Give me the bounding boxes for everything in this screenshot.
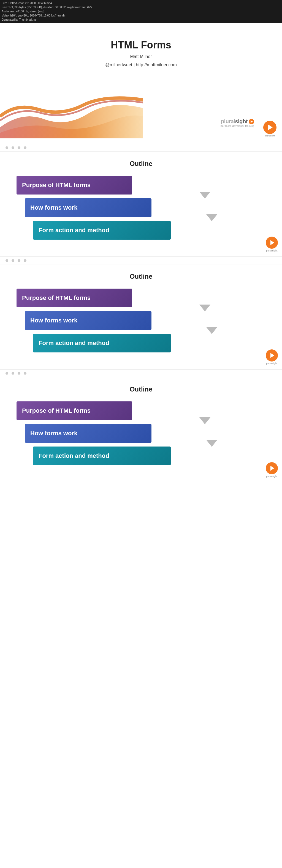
outline-title-2: Outline [17, 273, 265, 280]
info-line-4: Video: h264, yuv420p, 1024x768, 15.00 fp… [2, 13, 280, 18]
nav-dot [18, 372, 20, 375]
author-handle: @milnertweet | http://mattmilner.com [105, 62, 177, 67]
outline-item-howforms-3: How forms work [25, 424, 151, 443]
play-button[interactable] [263, 121, 277, 134]
nav-bar-3 [0, 370, 282, 377]
outline-item-formaction-2: Form action and method [33, 334, 171, 352]
arrow-2 [205, 214, 219, 223]
arrow-6 [205, 440, 219, 448]
outline-item-row-5: How forms work [17, 311, 265, 330]
outline-item-row-9: Form action and method [17, 446, 265, 465]
arrow-3 [198, 305, 212, 313]
outline-item-row-6: Form action and method [17, 334, 265, 352]
nav-dot [24, 146, 26, 149]
corner-label-1: pluralsight [266, 249, 277, 252]
nav-dot [11, 372, 14, 375]
outline-item-row-8: How forms work [17, 424, 265, 443]
nav-dot [11, 146, 14, 149]
svg-marker-5 [206, 440, 217, 447]
arrow-5 [198, 417, 212, 426]
outline-item-row-1: Purpose of HTML forms [17, 176, 265, 194]
nav-dot [24, 259, 26, 262]
corner-play-btn-1[interactable] [266, 237, 278, 249]
play-button-area[interactable]: pluralsight [263, 121, 277, 137]
outline-item-row-3: Form action and method [17, 221, 265, 240]
svg-marker-3 [206, 327, 217, 334]
pluralsight-icon [249, 119, 254, 124]
nav-dot [5, 146, 8, 149]
pluralsight-tagline: hardcore developer training [221, 125, 254, 127]
outline-item-formaction-3: Form action and method [33, 446, 171, 465]
outline-items-1: Purpose of HTML forms How forms work For… [17, 176, 265, 240]
pluralsight-brand-text: pluralsight [221, 118, 248, 125]
nav-dot [24, 372, 26, 375]
outline-item-howforms-2: How forms work [25, 311, 151, 330]
nav-dot [18, 259, 20, 262]
outline-slide-1: Outline Purpose of HTML forms How forms … [0, 152, 282, 256]
corner-play-btn-3[interactable] [266, 462, 278, 474]
corner-play-btn-2[interactable] [266, 349, 278, 362]
corner-label-2: pluralsight [266, 362, 277, 365]
arrow-1 [198, 192, 212, 200]
title-slide: HTML Forms Matt Milner @milnertweet | ht… [0, 23, 282, 144]
svg-marker-4 [199, 417, 210, 424]
nav-dot [5, 259, 8, 262]
corner-play-2[interactable]: pluralsight [266, 349, 278, 365]
outline-items-3: Purpose of HTML forms How forms work For… [17, 401, 265, 465]
corner-play-3[interactable]: pluralsight [266, 462, 278, 477]
author-name: Matt Milner [130, 54, 152, 59]
outline-items-2: Purpose of HTML forms How forms work For… [17, 288, 265, 352]
svg-marker-0 [199, 192, 210, 198]
arrow-4 [205, 327, 219, 335]
nav-dot [18, 146, 20, 149]
outline-item-purpose-2: Purpose of HTML forms [17, 288, 132, 307]
main-title: HTML Forms [111, 39, 171, 51]
info-line-5: Generated by Thumbnail.me [2, 18, 280, 22]
nav-dot [11, 259, 14, 262]
info-line-1: File: 0 Introduction 20120803 03436.mp4 [2, 1, 280, 5]
outline-item-purpose-1: Purpose of HTML forms [17, 176, 132, 194]
outline-item-row-2: How forms work [17, 198, 265, 217]
outline-item-howforms-1: How forms work [25, 198, 151, 217]
outline-title-3: Outline [17, 385, 265, 393]
info-bar: File: 0 Introduction 20120803 03436.mp4 … [0, 0, 282, 23]
outline-item-row-4: Purpose of HTML forms [17, 288, 265, 307]
outline-item-purpose-3: Purpose of HTML forms [17, 401, 132, 420]
outline-item-formaction-1: Form action and method [33, 221, 171, 240]
outline-slide-2: Outline Purpose of HTML forms How forms … [0, 265, 282, 369]
outline-slide-3: Outline Purpose of HTML forms How forms … [0, 377, 282, 482]
outline-item-row-7: Purpose of HTML forms [17, 401, 265, 420]
wave-decoration [0, 94, 143, 138]
pluralsight-label: pluralsight [265, 134, 275, 137]
corner-label-3: pluralsight [266, 475, 277, 477]
info-line-2: Size: 971,895 bytes (950.09 KiB), durati… [2, 5, 280, 9]
outline-title-1: Outline [17, 160, 265, 167]
svg-marker-2 [199, 305, 210, 311]
nav-dot [5, 372, 8, 375]
info-line-3: Audio: aac, 44100 Hz, stereo (eng) [2, 9, 280, 13]
svg-marker-1 [206, 214, 217, 221]
nav-bar-2 [0, 257, 282, 265]
corner-play-1[interactable]: pluralsight [266, 237, 278, 252]
pluralsight-logo: pluralsight hardcore developer training [221, 118, 254, 127]
nav-bar-1 [0, 144, 282, 152]
